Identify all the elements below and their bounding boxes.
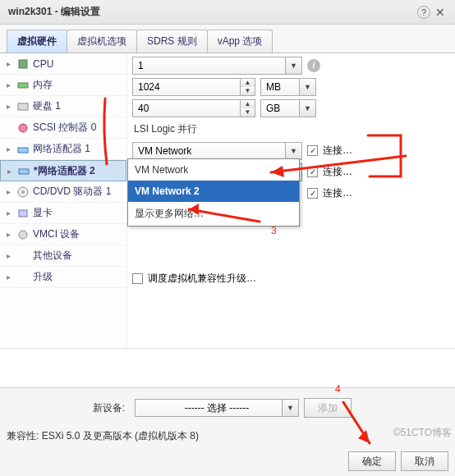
nic-icon — [17, 164, 30, 177]
memory-spinner[interactable]: 1024▲▼ — [132, 78, 255, 96]
hw-upgrade[interactable]: ▸升级 — [0, 267, 126, 288]
cpu-icon — [16, 57, 30, 71]
cpu-value: 1 — [138, 60, 144, 71]
new-device-select[interactable]: ------ 选择 ------▼ — [135, 399, 299, 417]
hw-nic2-label: *网络适配器 2 — [34, 164, 95, 178]
tab-vapp-options[interactable]: vApp 选项 — [207, 30, 273, 53]
svg-rect-2 — [18, 103, 28, 110]
hw-vmci[interactable]: ▸VMCI 设备 — [0, 224, 126, 245]
titlebar: win2k301 - 编辑设置 ? ✕ — [0, 0, 455, 25]
hw-memory[interactable]: ▸内存 — [0, 75, 126, 96]
cddvd-connect-checkbox[interactable]: ✓ — [307, 188, 318, 199]
hw-nic1[interactable]: ▸网络适配器 1 — [0, 139, 126, 160]
stepper-up-icon[interactable]: ▲ — [240, 79, 255, 87]
upgrade-text: 调度虚拟机兼容性升级… — [148, 272, 256, 286]
svg-rect-5 — [19, 169, 29, 174]
disk-spinner[interactable]: 40▲▼ — [132, 99, 255, 117]
hw-cddvd[interactable]: ▸CD/DVD 驱动器 1 — [0, 181, 126, 203]
cancel-button[interactable]: 取消 — [401, 451, 448, 471]
tabs: 虚拟硬件 虚拟机选项 SDRS 规则 vApp 选项 — [0, 25, 455, 53]
watermark: ©51CTO博客 — [393, 426, 452, 440]
chevron-down-icon[interactable]: ▼ — [282, 400, 298, 416]
hw-vmci-label: VMCI 设备 — [33, 227, 80, 241]
chevron-down-icon[interactable]: ▼ — [285, 57, 301, 74]
hw-scsi[interactable]: SCSI 控制器 0 — [0, 117, 126, 139]
cpu-select[interactable]: 1▼ — [132, 57, 302, 75]
hw-cpu-label: CPU — [33, 58, 53, 70]
hw-cpu[interactable]: ▸CPU — [0, 53, 126, 75]
memory-value: 1024 — [138, 81, 160, 93]
help-icon[interactable]: ? — [417, 6, 430, 19]
hw-disk-label: 硬盘 1 — [33, 99, 61, 113]
hw-other[interactable]: ▸其他设备 — [0, 245, 126, 267]
new-device-label: 新设备: — [7, 401, 130, 415]
hw-nic1-label: 网络适配器 1 — [33, 142, 90, 156]
chevron-down-icon[interactable]: ▼ — [299, 100, 315, 117]
nic2-dropdown-menu: VM Network VM Network 2 显示更多网络… — [127, 158, 300, 227]
svg-rect-8 — [19, 210, 27, 217]
nic1-select[interactable]: VM Network▼ — [132, 142, 302, 160]
chevron-down-icon[interactable]: ▼ — [285, 143, 301, 159]
tab-vm-options[interactable]: 虚拟机选项 — [67, 30, 137, 53]
cddvd-icon — [16, 185, 30, 199]
upgrade-checkbox[interactable] — [132, 273, 143, 284]
dd-item-more[interactable]: 显示更多网络… — [128, 202, 299, 226]
dd-item-vmnetwork2[interactable]: VM Network 2 — [128, 181, 299, 202]
svg-rect-1 — [18, 83, 28, 88]
window-title: win2k301 - 编辑设置 — [8, 5, 100, 19]
close-icon[interactable]: ✕ — [434, 6, 447, 19]
tab-sdrs-rules[interactable]: SDRS 规则 — [136, 30, 208, 53]
hw-upgrade-label: 升级 — [33, 270, 53, 284]
svg-rect-0 — [19, 60, 27, 68]
hardware-detail: 1▼ i 1024▲▼ MB▼ 40▲▼ GB▼ LSI Logic 并行 VM… — [127, 53, 455, 348]
memory-unit: MB — [266, 81, 281, 93]
new-device-row: 新设备: ------ 选择 ------▼ 添加 — [7, 393, 448, 426]
disk-unit: GB — [266, 103, 280, 114]
hw-gpu[interactable]: ▸显卡 — [0, 203, 126, 224]
new-device-value: ------ 选择 ------ — [140, 401, 293, 415]
svg-point-9 — [19, 231, 27, 239]
hw-scsi-label: SCSI 控制器 0 — [33, 121, 96, 135]
chevron-down-icon[interactable]: ▼ — [299, 79, 315, 95]
compatibility-text: 兼容性: ESXi 5.0 及更高版本 (虚拟机版本 8) — [7, 426, 448, 451]
stepper-down-icon[interactable]: ▼ — [240, 87, 255, 95]
disk-unit-select[interactable]: GB▼ — [260, 99, 316, 117]
add-button[interactable]: 添加 — [304, 398, 352, 418]
hw-disk[interactable]: ▸硬盘 1 — [0, 96, 126, 117]
nic1-connect-label: 连接… — [323, 144, 352, 158]
footer: 新设备: ------ 选择 ------▼ 添加 兼容性: ESXi 5.0 … — [0, 387, 455, 476]
hw-nic2[interactable]: ▸*网络适配器 2 — [0, 160, 126, 181]
hw-memory-label: 内存 — [33, 78, 53, 92]
vmci-icon — [16, 228, 30, 241]
nic2-connect-label: 连接… — [323, 165, 352, 179]
info-icon[interactable]: i — [307, 59, 320, 72]
dd-item-vmnetwork[interactable]: VM Network — [128, 159, 299, 181]
cddvd-connect-label: 连接… — [323, 186, 352, 200]
stepper-down-icon[interactable]: ▼ — [240, 108, 255, 117]
hw-gpu-label: 显卡 — [33, 206, 53, 220]
tab-virtual-hardware[interactable]: 虚拟硬件 — [7, 30, 67, 53]
memory-unit-select[interactable]: MB▼ — [260, 78, 316, 96]
svg-point-3 — [19, 124, 27, 132]
svg-rect-4 — [18, 148, 28, 153]
nic2-connect-checkbox[interactable]: ✓ — [307, 167, 318, 177]
disk-icon — [16, 100, 30, 113]
hw-cddvd-label: CD/DVD 驱动器 1 — [33, 185, 111, 199]
disk-value: 40 — [138, 103, 149, 114]
gpu-icon — [16, 207, 30, 220]
hardware-list: ▸CPU ▸内存 ▸硬盘 1 SCSI 控制器 0 ▸网络适配器 1 ▸*网络适… — [0, 53, 127, 348]
memory-icon — [16, 79, 30, 92]
scsi-icon — [16, 121, 30, 135]
nic1-value: VM Network — [138, 145, 191, 157]
nic1-connect-checkbox[interactable]: ✓ — [307, 145, 318, 156]
nic-icon — [16, 143, 30, 156]
scsi-value: LSI Logic 并行 — [132, 122, 197, 136]
hw-other-label: 其他设备 — [33, 249, 72, 263]
content: ▸CPU ▸内存 ▸硬盘 1 SCSI 控制器 0 ▸网络适配器 1 ▸*网络适… — [0, 53, 455, 349]
svg-point-7 — [21, 190, 25, 194]
ok-button[interactable]: 确定 — [348, 451, 396, 471]
stepper-up-icon[interactable]: ▲ — [240, 100, 255, 108]
